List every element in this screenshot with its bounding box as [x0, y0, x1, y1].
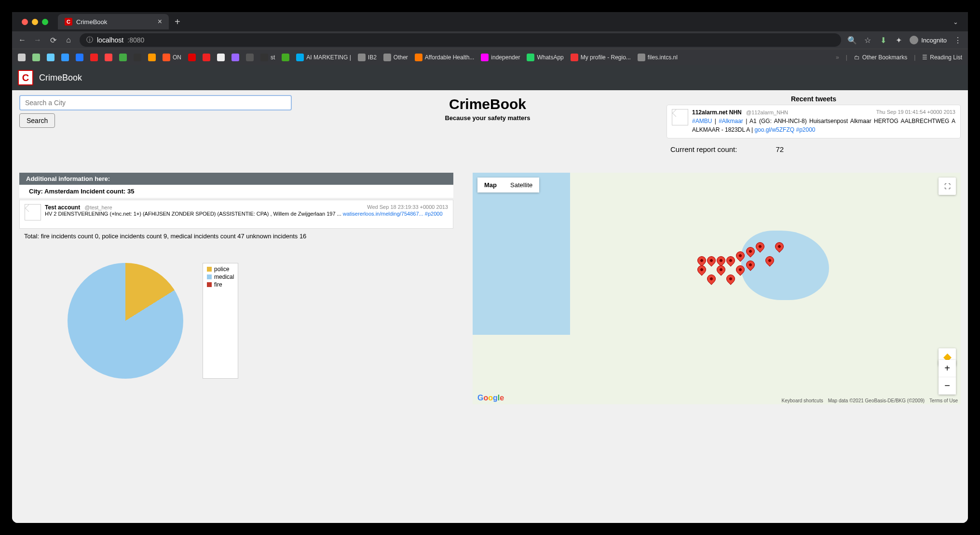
close-window-icon[interactable]	[22, 19, 28, 25]
tweet-card: Test account @test_here Wed Sep 18 23:19…	[19, 200, 453, 229]
bookmark-favicon-icon	[527, 54, 534, 61]
back-button[interactable]: ←	[18, 36, 27, 44]
folder-icon: 🗀	[854, 54, 860, 61]
bookmark-item[interactable]: My profile - Regio...	[571, 54, 631, 61]
bookmark-favicon-icon	[217, 54, 225, 61]
bookmark-item[interactable]: Affordable Health...	[415, 54, 475, 61]
other-bookmarks-folder[interactable]: 🗀 Other Bookmarks	[854, 54, 907, 61]
tweet-hashtag[interactable]: #p2000	[425, 211, 443, 217]
map-canvas[interactable]: Map Satellite ⛶ ◆ + − Google Keyboard sh…	[473, 173, 961, 404]
tweet-link[interactable]: watisererloos.in/melding/754867...	[343, 211, 423, 217]
tweet-hashtag[interactable]: #AMBU	[692, 118, 712, 124]
bookmark-favicon-icon	[203, 54, 210, 61]
map-terms-link[interactable]: Terms of Use	[929, 398, 958, 403]
search-button[interactable]: Search	[19, 113, 55, 128]
tweet-hashtag[interactable]: #p2000	[796, 126, 815, 133]
zoom-icon[interactable]: 🔍	[848, 36, 857, 44]
map-type-satellite-button[interactable]: Satellite	[504, 178, 539, 192]
bookmark-favicon-icon	[163, 54, 170, 61]
url-field[interactable]: ⓘ localhost:8080	[80, 33, 841, 47]
bookmark-item[interactable]	[246, 54, 254, 61]
close-tab-icon[interactable]: ×	[158, 17, 162, 26]
bookmark-item[interactable]	[217, 54, 225, 61]
bookmark-item[interactable]	[105, 54, 112, 61]
chart-legend: policemedicalfire	[203, 263, 238, 379]
tweet-text: HV 2 DIENSTVERLENING (+Inc.net: 1+) (AFH…	[45, 211, 343, 217]
bookmark-item[interactable]: files.intcs.nl	[638, 54, 678, 61]
bookmark-item[interactable]: independer	[481, 54, 520, 61]
map-zoom-in-button[interactable]: +	[939, 360, 956, 377]
incident-pie-chart	[68, 263, 183, 379]
bookmark-item[interactable]	[76, 54, 83, 61]
map-keyboard-shortcuts-link[interactable]: Keyboard shortcuts	[782, 398, 823, 403]
incognito-indicator[interactable]: Incognito	[910, 36, 947, 44]
map-fullscreen-button[interactable]: ⛶	[939, 178, 956, 195]
url-port: :8080	[127, 36, 144, 44]
bookmark-item[interactable]	[203, 54, 210, 61]
menu-icon[interactable]: ⋮	[953, 36, 962, 44]
tweet-link[interactable]: goo.gl/w5ZFZQ	[754, 126, 794, 133]
tab-favicon-icon: C	[65, 18, 72, 26]
browser-tab-strip: C CrimeBook × + ⌄	[12, 12, 968, 31]
page-title: CrimeBook	[309, 96, 667, 112]
site-info-icon[interactable]: ⓘ	[86, 36, 93, 44]
bookmark-favicon-icon	[119, 54, 127, 61]
bookmark-favicon-icon	[18, 54, 26, 61]
home-button[interactable]: ⌂	[64, 36, 73, 44]
bookmark-item[interactable]: Other	[383, 54, 408, 61]
bookmark-item[interactable]	[61, 54, 69, 61]
bookmark-item[interactable]	[231, 54, 239, 61]
map-attribution: Keyboard shortcuts Map data ©2021 GeoBas…	[782, 398, 958, 403]
bookmarks-bar: ONstAI MARKETING |IB2OtherAffordable Hea…	[12, 49, 968, 65]
bookmark-item[interactable]	[32, 54, 40, 61]
bookmark-item[interactable]: WhatsApp	[527, 54, 563, 61]
map-type-map-button[interactable]: Map	[477, 178, 504, 192]
bookmark-item[interactable]	[119, 54, 127, 61]
bookmark-item[interactable]: st	[260, 54, 275, 61]
bookmark-favicon-icon	[188, 54, 196, 61]
bookmark-item[interactable]	[134, 54, 141, 61]
download-icon[interactable]: ⬇	[879, 36, 887, 44]
minimize-window-icon[interactable]	[32, 19, 38, 25]
bookmark-item[interactable]: AI MARKETING |	[296, 54, 351, 61]
bookmark-item[interactable]	[188, 54, 196, 61]
tweet-timestamp: Thu Sep 19 01:41:54 +0000 2013	[876, 109, 955, 116]
tweet-handle: @112alarm_NHN	[746, 110, 788, 115]
tab-dropdown-icon[interactable]: ⌄	[943, 18, 968, 26]
bookmark-item[interactable]	[47, 54, 54, 61]
bookmark-item[interactable]	[148, 54, 156, 61]
app-logo-icon[interactable]: C	[18, 70, 33, 85]
tweet-author: Test account	[45, 204, 80, 211]
bookmark-item[interactable]	[18, 54, 26, 61]
reading-list-button[interactable]: ☰ Reading List	[922, 54, 962, 61]
recent-tweets-header: Recent tweets	[667, 95, 961, 103]
legend-swatch-icon	[207, 267, 212, 272]
forward-button[interactable]: →	[33, 36, 42, 44]
bookmark-star-icon[interactable]: ☆	[863, 36, 872, 44]
bookmark-favicon-icon	[571, 54, 578, 61]
bookmark-favicon-icon	[148, 54, 156, 61]
map-zoom-out-button[interactable]: −	[939, 377, 956, 395]
tweet-hashtag[interactable]: #Alkmaar	[719, 118, 743, 124]
bookmark-favicon-icon	[134, 54, 141, 61]
bookmark-item[interactable]: IB2	[358, 54, 377, 61]
search-city-input[interactable]	[19, 95, 292, 110]
extensions-icon[interactable]: ✦	[894, 36, 903, 44]
google-logo-icon: Google	[477, 394, 504, 402]
incident-totals: Total: fire incidents count 0, police in…	[19, 229, 453, 244]
legend-item: police	[207, 265, 234, 273]
browser-tab[interactable]: C CrimeBook ×	[58, 14, 169, 29]
bookmark-favicon-icon	[383, 54, 391, 61]
maximize-window-icon[interactable]	[42, 19, 48, 25]
bookmark-item[interactable]	[90, 54, 98, 61]
tweet-avatar-icon	[25, 204, 41, 220]
new-tab-button[interactable]: +	[169, 16, 186, 27]
tweet-avatar-icon	[672, 109, 688, 125]
reading-list-icon: ☰	[922, 54, 927, 61]
bookmark-item[interactable]	[282, 54, 289, 61]
bookmark-item[interactable]: ON	[163, 54, 181, 61]
bookmark-favicon-icon	[32, 54, 40, 61]
address-bar: ← → ⟳ ⌂ ⓘ localhost:8080 🔍 ☆ ⬇ ✦ Incogni…	[12, 31, 968, 49]
bookmark-favicon-icon	[260, 54, 268, 61]
reload-button[interactable]: ⟳	[49, 36, 57, 44]
